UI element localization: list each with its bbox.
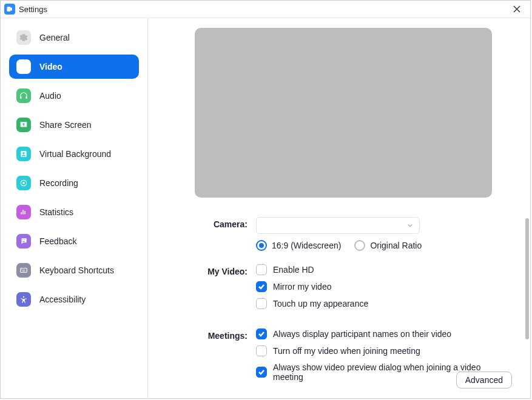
sidebar-item-recording[interactable]: Recording (9, 171, 139, 195)
sidebar-item-share-screen[interactable]: Share Screen (9, 113, 139, 137)
sidebar-item-video[interactable]: Video (9, 55, 139, 79)
sidebar: General Video Audio Share Screen (1, 18, 148, 398)
svg-rect-6 (23, 269, 24, 270)
radio-16-9[interactable]: 16:9 (Widescreen) (256, 240, 341, 251)
checkbox-display-names[interactable]: Always display participant names on thei… (256, 328, 510, 339)
checkbox-icon (256, 367, 267, 378)
my-video-label: My Video: (177, 264, 256, 276)
sidebar-item-label: Accessibility (39, 295, 86, 304)
radio-icon (256, 240, 267, 251)
window-title: Settings (19, 5, 47, 14)
checkbox-icon (256, 264, 267, 275)
sidebar-item-label: Video (39, 62, 62, 72)
checkbox-turn-off-video-join[interactable]: Turn off my video when joining meeting (256, 345, 510, 356)
checkbox-label: Enable HD (273, 265, 314, 275)
recording-icon (16, 176, 31, 190)
share-screen-icon (16, 118, 31, 132)
checkbox-label: Always display participant names on thei… (273, 329, 451, 339)
checkbox-enable-hd[interactable]: Enable HD (256, 264, 510, 275)
sidebar-item-label: Recording (39, 178, 78, 188)
chevron-down-icon (407, 222, 413, 228)
feedback-icon (16, 234, 31, 248)
close-button[interactable] (508, 1, 525, 18)
sidebar-item-audio[interactable]: Audio (9, 84, 139, 108)
titlebar: Settings (1, 1, 530, 18)
checkbox-icon (256, 281, 267, 292)
radio-icon (354, 240, 365, 251)
checkbox-mirror-video[interactable]: Mirror my video (256, 281, 510, 292)
sidebar-item-general[interactable]: General (9, 25, 139, 50)
sidebar-item-statistics[interactable]: Statistics (9, 200, 139, 224)
camera-label: Camera: (177, 217, 256, 229)
sidebar-item-label: Feedback (39, 236, 76, 246)
sidebar-item-label: Share Screen (39, 120, 92, 130)
svg-rect-8 (22, 271, 25, 272)
sidebar-item-label: General (39, 33, 70, 42)
headphones-icon (16, 88, 31, 103)
sidebar-item-label: Virtual Background (39, 149, 111, 159)
sidebar-item-feedback[interactable]: Feedback (9, 229, 139, 253)
radio-label: 16:9 (Widescreen) (272, 241, 341, 250)
keyboard-icon (16, 263, 31, 278)
video-icon (16, 59, 31, 74)
checkbox-icon (256, 345, 267, 356)
virtual-background-icon (16, 147, 31, 161)
checkbox-label: Turn off my video when joining meeting (273, 346, 420, 356)
svg-rect-4 (21, 268, 27, 273)
main-panel: Camera: 16:9 (Widescreen) (148, 18, 530, 398)
svg-rect-7 (24, 269, 25, 270)
advanced-button[interactable]: Advanced (456, 372, 512, 388)
statistics-icon (16, 205, 31, 219)
checkbox-label: Mirror my video (273, 282, 331, 292)
meetings-label: Meetings: (177, 328, 256, 341)
accessibility-icon (16, 292, 31, 307)
app-icon (4, 4, 15, 15)
sidebar-item-virtual-background[interactable]: Virtual Background (9, 142, 139, 166)
settings-window: Settings General Video (0, 0, 531, 399)
gear-icon (16, 30, 31, 45)
checkbox-icon (256, 328, 267, 339)
sidebar-item-label: Keyboard Shortcuts (39, 265, 114, 275)
sidebar-item-keyboard-shortcuts[interactable]: Keyboard Shortcuts (9, 258, 139, 282)
camera-select[interactable] (256, 217, 420, 234)
sidebar-item-label: Statistics (39, 207, 73, 217)
sidebar-item-label: Audio (39, 91, 61, 101)
radio-original-ratio[interactable]: Original Ratio (354, 240, 422, 251)
svg-rect-5 (22, 269, 22, 270)
scrollbar-thumb[interactable] (525, 218, 529, 339)
svg-point-3 (22, 182, 25, 184)
radio-label: Original Ratio (370, 241, 422, 250)
video-preview (195, 28, 492, 198)
checkbox-icon (256, 298, 267, 309)
sidebar-item-accessibility[interactable]: Accessibility (9, 287, 139, 312)
svg-point-9 (23, 296, 24, 298)
checkbox-touch-up[interactable]: Touch up my appearance (256, 298, 510, 309)
checkbox-label: Touch up my appearance (273, 299, 368, 308)
